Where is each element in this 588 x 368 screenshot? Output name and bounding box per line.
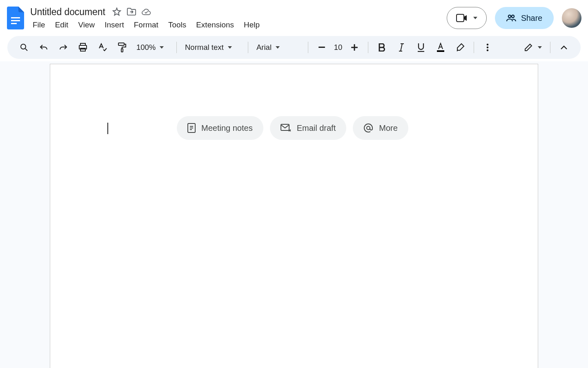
menu-tools[interactable]: Tools (164, 19, 190, 31)
separator (248, 42, 248, 53)
font-size-increase-icon[interactable] (347, 40, 362, 55)
font-size-value[interactable]: 10 (332, 43, 344, 52)
search-icon[interactable] (16, 40, 32, 55)
redo-icon[interactable] (56, 40, 71, 55)
italic-icon[interactable] (394, 40, 409, 55)
menu-format[interactable]: Format (130, 19, 163, 31)
svg-rect-1 (11, 20, 20, 21)
svg-point-18 (487, 49, 489, 52)
menubar: File Edit View Insert Format Tools Exten… (29, 19, 264, 31)
menu-edit[interactable]: Edit (51, 19, 73, 31)
paint-format-icon[interactable] (114, 40, 130, 55)
star-icon[interactable] (112, 7, 122, 17)
menu-view[interactable]: View (74, 19, 99, 31)
zoom-dropdown[interactable]: 100% (132, 40, 172, 55)
document-canvas[interactable]: Meeting notes Email draft More (0, 61, 588, 368)
undo-icon[interactable] (36, 40, 51, 55)
chip-label: Email draft (297, 123, 336, 133)
chevron-down-icon (473, 17, 477, 19)
svg-rect-2 (11, 23, 17, 24)
svg-rect-10 (118, 43, 124, 45)
cloud-status-icon[interactable] (141, 7, 151, 17)
document-title[interactable]: Untitled document (29, 7, 107, 18)
separator (474, 42, 474, 53)
svg-rect-15 (437, 50, 444, 52)
meet-button[interactable] (447, 7, 487, 29)
video-camera-icon (456, 14, 468, 22)
at-icon (363, 123, 373, 133)
svg-rect-14 (354, 44, 355, 51)
share-label: Share (521, 13, 542, 23)
chip-email-draft[interactable]: Email draft (270, 116, 347, 140)
text-cursor (107, 123, 108, 134)
bold-icon[interactable] (374, 40, 390, 55)
svg-rect-0 (11, 17, 20, 18)
account-avatar[interactable] (562, 8, 581, 28)
separator (368, 42, 368, 53)
spellcheck-icon[interactable] (95, 40, 110, 55)
separator (176, 42, 177, 53)
svg-point-16 (487, 44, 489, 46)
collapse-toolbar-icon[interactable] (556, 40, 572, 55)
chip-label: Meeting notes (201, 123, 253, 133)
notes-icon (187, 123, 196, 133)
move-icon[interactable] (127, 7, 136, 17)
menu-file[interactable]: File (29, 19, 49, 31)
svg-rect-11 (121, 49, 123, 52)
underline-icon[interactable] (413, 40, 429, 55)
svg-point-4 (508, 15, 511, 18)
separator (308, 42, 308, 53)
toolbar: 100% Normal text Arial 10 (7, 36, 581, 59)
chevron-down-icon (160, 46, 164, 49)
menu-extensions[interactable]: Extensions (192, 19, 238, 31)
svg-rect-12 (318, 47, 325, 48)
docs-logo-icon[interactable] (6, 5, 25, 31)
email-icon (281, 124, 291, 132)
svg-point-6 (21, 44, 26, 49)
chip-meeting-notes[interactable]: Meeting notes (177, 116, 263, 140)
svg-point-21 (367, 126, 370, 130)
chip-more[interactable]: More (353, 116, 408, 140)
smart-chip-row: Meeting notes Email draft More (177, 116, 408, 140)
menu-insert[interactable]: Insert (100, 19, 128, 31)
svg-point-17 (487, 47, 489, 49)
header: Untitled document File Edi (0, 0, 588, 36)
text-color-icon[interactable] (433, 40, 448, 55)
chevron-down-icon (538, 46, 542, 49)
menu-help[interactable]: Help (240, 19, 264, 31)
zoom-value: 100% (136, 43, 156, 52)
pencil-icon (524, 43, 533, 52)
more-tools-icon[interactable] (480, 40, 495, 55)
chip-label: More (379, 123, 398, 133)
page[interactable]: Meeting notes Email draft More (50, 64, 538, 368)
style-value: Normal text (185, 43, 224, 52)
print-icon[interactable] (75, 40, 91, 55)
svg-point-5 (512, 15, 514, 18)
separator (550, 42, 550, 53)
svg-rect-3 (457, 14, 464, 22)
share-button[interactable]: Share (495, 7, 554, 29)
paragraph-style-dropdown[interactable]: Normal text (181, 40, 244, 55)
font-value: Arial (256, 43, 272, 52)
font-dropdown[interactable]: Arial (252, 40, 304, 55)
people-icon (506, 14, 516, 22)
svg-rect-20 (281, 124, 289, 130)
font-size-decrease-icon[interactable] (314, 40, 330, 55)
chevron-down-icon (228, 46, 232, 49)
editing-mode-dropdown[interactable] (520, 40, 546, 55)
chevron-down-icon (276, 46, 280, 49)
highlight-icon[interactable] (452, 40, 468, 55)
